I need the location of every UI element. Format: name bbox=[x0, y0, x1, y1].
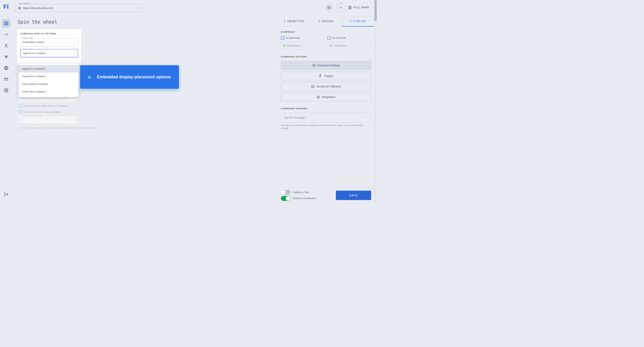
scrollbar-thumb[interactable] bbox=[374, 0, 377, 21]
globe-icon bbox=[18, 7, 21, 10]
end-date-input[interactable]: dd/mm/yyyy, --:-- bbox=[328, 42, 371, 50]
dropdown-option-before[interactable]: Insert Before Container bbox=[19, 80, 79, 88]
code-icon: JS bbox=[311, 85, 315, 88]
no-start-label: No Start Date bbox=[286, 37, 300, 39]
skip-priority-label: Skip Priority Check (urgent display) bbox=[24, 111, 60, 113]
mail-icon bbox=[327, 6, 331, 9]
dropdown-option-append[interactable]: Append to Container bbox=[19, 65, 79, 73]
checkbox-icon bbox=[281, 36, 284, 40]
publish-test-toggle-row[interactable]: Publish to Test bbox=[281, 190, 316, 195]
svg-rect-15 bbox=[5, 78, 8, 80]
tooltip-callout: < Embedded display placement options bbox=[80, 65, 179, 89]
priority-value: 2 bbox=[21, 119, 23, 122]
progress-ring[interactable]: 1% bbox=[336, 3, 345, 12]
mail-button[interactable] bbox=[325, 4, 333, 12]
tagging-title: CAMPAIGN TAGGING bbox=[281, 107, 371, 110]
display-type-value: Embedded Content bbox=[23, 41, 44, 44]
js-label: JavaScript Callbacks bbox=[316, 85, 341, 88]
gear-icon bbox=[316, 95, 320, 99]
no-end-date-checkbox[interactable]: No End Date bbox=[328, 36, 371, 40]
toggle-on-icon bbox=[281, 196, 291, 201]
priority-select[interactable]: Priority (Lower Priority Wins) 2 bbox=[19, 116, 77, 124]
tap-icon bbox=[318, 74, 322, 78]
svg-rect-7 bbox=[7, 23, 8, 25]
nav-websites[interactable] bbox=[2, 64, 11, 72]
nav-ab-testing[interactable]: A/B bbox=[2, 30, 11, 39]
tab-design[interactable]: 2. DESIGN bbox=[310, 16, 342, 27]
tag-input[interactable]: Tag the Campaign bbox=[281, 113, 371, 123]
toggle-off-icon bbox=[281, 190, 291, 195]
integrations-label: Integrations bbox=[322, 96, 336, 99]
start-date-placeholder: dd/mm/yyyy, --:-- bbox=[287, 44, 305, 47]
svg-rect-8 bbox=[5, 24, 6, 25]
priority-help: Lower Priority Wins and Higher Gets Susp… bbox=[19, 127, 136, 129]
tab-publish[interactable]: 3. PUBLISH bbox=[342, 16, 374, 27]
chevron-down-icon bbox=[74, 41, 76, 43]
nav-dashboard[interactable] bbox=[2, 19, 11, 28]
insert-option-select[interactable]: Insert Option Append to Container bbox=[20, 49, 78, 57]
reopen-checkbox-row[interactable]: Allow to Reopen After Close or Completio… bbox=[19, 104, 77, 108]
insert-option-label: Insert Option bbox=[22, 48, 34, 50]
user-icon bbox=[4, 43, 9, 48]
sidebar: A/B bbox=[0, 16, 12, 203]
svg-point-39 bbox=[317, 96, 320, 98]
tab-objective[interactable]: 1. OBJECTIVE bbox=[278, 16, 310, 27]
save-button[interactable]: SAVE bbox=[336, 191, 371, 200]
user-menu-button[interactable]: FULL NAME bbox=[348, 6, 369, 9]
no-start-date-checkbox[interactable]: No Start Date bbox=[281, 36, 325, 40]
checkbox-icon bbox=[328, 36, 331, 40]
calendar-icon bbox=[330, 44, 333, 47]
svg-point-10 bbox=[5, 56, 6, 57]
end-date-placeholder: dd/mm/yyyy, --:-- bbox=[334, 44, 351, 47]
publish-tabs: 1. OBJECTIVE 2. DESIGN 3. PUBLISH bbox=[278, 16, 374, 27]
display-options-title: CAMPAIGN DISPLAY OPTIONS bbox=[20, 32, 78, 35]
card-icon bbox=[4, 77, 9, 82]
dashboard-icon bbox=[4, 21, 9, 26]
svg-rect-5 bbox=[5, 22, 6, 23]
insert-option-dropdown: Append to Container Prepend in Container… bbox=[19, 64, 79, 97]
nav-billing[interactable] bbox=[2, 75, 11, 83]
advanced-settings-button[interactable]: Advanced Settings bbox=[281, 61, 371, 70]
chevron-down-icon bbox=[136, 7, 139, 9]
calendar-icon bbox=[283, 44, 286, 47]
svg-point-9 bbox=[6, 44, 7, 46]
gear-icon bbox=[4, 88, 9, 93]
tag-help-text: Use Tags to Group Relevant Campaigns and… bbox=[281, 124, 371, 130]
svg-point-38 bbox=[318, 97, 319, 98]
reopen-label: Allow to Reopen After Close or Completio… bbox=[24, 105, 68, 107]
start-date-input[interactable]: dd/mm/yyyy, --:-- bbox=[281, 42, 325, 50]
publish-prod-toggle-row[interactable]: Publish to Production bbox=[281, 196, 316, 201]
right-panel: 1. OBJECTIVE 2. DESIGN 3. PUBLISH SCHEDU… bbox=[278, 16, 374, 203]
nav-users[interactable] bbox=[2, 41, 11, 50]
skip-priority-checkbox-row[interactable]: Skip Priority Check (urgent display) bbox=[19, 110, 77, 114]
callout-text: Embedded display placement options bbox=[97, 75, 171, 79]
integrations-button[interactable]: Integrations bbox=[281, 93, 371, 101]
website-select[interactable]: Select Website https://demo.fluentos.com bbox=[15, 4, 142, 12]
svg-rect-6 bbox=[7, 22, 8, 23]
svg-rect-23 bbox=[330, 45, 332, 47]
arrow-left-icon: < bbox=[87, 74, 91, 80]
logo[interactable]: FI bbox=[2, 3, 10, 10]
svg-point-4 bbox=[349, 7, 350, 8]
dropdown-option-prepend[interactable]: Prepend in Container bbox=[19, 73, 79, 80]
nav-audience[interactable] bbox=[2, 52, 11, 61]
triggers-button[interactable]: Triggers bbox=[281, 72, 371, 80]
dropdown-option-after[interactable]: Insert After Container bbox=[19, 88, 79, 95]
svg-point-17 bbox=[6, 90, 7, 91]
publish-prod-label: Publish to Production bbox=[293, 197, 316, 200]
website-url: https://demo.fluentos.com bbox=[23, 7, 53, 10]
no-end-label: No End Date bbox=[333, 37, 346, 39]
nav-logout[interactable] bbox=[2, 190, 11, 199]
checkbox-icon bbox=[19, 104, 22, 108]
display-options-panel: CAMPAIGN DISPLAY OPTIONS Display Type Em… bbox=[17, 29, 81, 63]
display-type-select[interactable]: Display Type Embedded Content bbox=[20, 38, 78, 46]
sliders-icon bbox=[312, 64, 316, 67]
topbar: Select Website https://demo.fluentos.com… bbox=[12, 0, 374, 16]
svg-rect-19 bbox=[283, 45, 285, 47]
group-icon bbox=[4, 55, 9, 59]
insert-option-value: Append to Container bbox=[23, 52, 46, 55]
svg-point-12 bbox=[6, 57, 7, 58]
js-callbacks-button[interactable]: JS JavaScript Callbacks bbox=[281, 82, 371, 91]
nav-settings[interactable] bbox=[2, 86, 11, 95]
scrollbar[interactable] bbox=[374, 0, 377, 203]
